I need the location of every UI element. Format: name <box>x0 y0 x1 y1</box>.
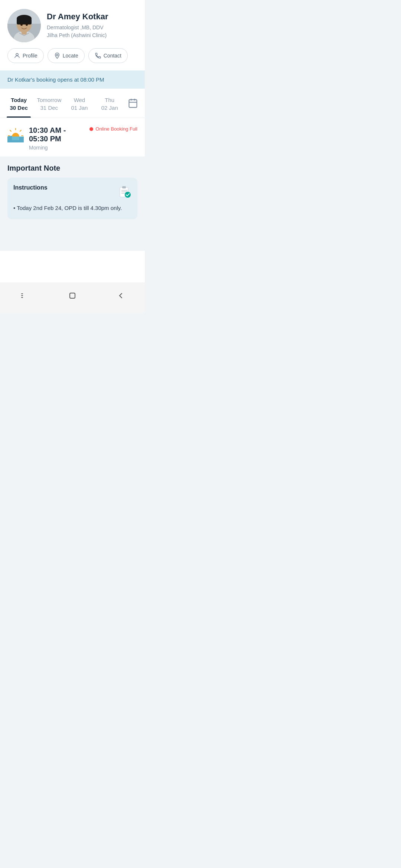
avatar <box>7 9 41 42</box>
instructions-header: Instructions <box>13 184 131 198</box>
svg-point-10 <box>56 54 58 56</box>
time-section: 10:30 AM - 05:30 PM Morning Online Booki… <box>0 119 145 157</box>
phone-icon <box>95 52 101 59</box>
calendar-icon <box>128 98 138 108</box>
contact-button[interactable]: Contact <box>88 48 128 63</box>
location-icon <box>54 52 61 59</box>
instructions-title: Instructions <box>13 184 48 191</box>
doctor-header: Dr Amey Kotkar Dermatologist ,MB, DDV Ji… <box>0 0 145 48</box>
date-tabs: Today 30 Dec Tomorrow 31 Dec Wed 01 Jan … <box>0 90 145 118</box>
locate-button[interactable]: Locate <box>48 48 85 63</box>
svg-point-8 <box>26 23 28 26</box>
back-icon <box>116 291 125 300</box>
calendar-picker-button[interactable] <box>125 95 141 113</box>
instructions-card: Instructions • Today 2nd Feb 24, OPD is <box>7 178 137 219</box>
home-icon <box>68 291 77 300</box>
booking-status: Online Booking Full <box>89 126 137 132</box>
morning-icon <box>7 126 24 142</box>
tab-thu[interactable]: Thu 02 Jan <box>95 90 125 118</box>
nav-back-button[interactable] <box>107 288 134 304</box>
nav-bar <box>0 282 145 313</box>
time-label: Morning <box>29 145 84 151</box>
person-icon <box>14 52 20 59</box>
clipboard-check-icon <box>117 184 131 198</box>
nav-home-button[interactable] <box>59 288 86 304</box>
booking-banner: Dr Kotkar's booking opens at 08:00 PM <box>0 70 145 89</box>
tab-wed[interactable]: Wed 01 Jan <box>64 90 94 118</box>
important-note-section: Important Note Instructions <box>0 157 145 251</box>
action-buttons: Profile Locate Contact <box>0 48 145 70</box>
svg-rect-11 <box>129 100 137 108</box>
svg-line-21 <box>10 130 11 131</box>
nav-menu-button[interactable] <box>11 288 38 304</box>
doctor-name: Dr Amey Kotkar <box>47 12 137 22</box>
svg-rect-32 <box>70 293 75 298</box>
time-range: 10:30 AM - 05:30 PM <box>29 126 84 143</box>
profile-button[interactable]: Profile <box>7 48 44 63</box>
svg-line-19 <box>20 130 21 131</box>
svg-point-9 <box>16 53 18 56</box>
tab-tomorrow[interactable]: Tomorrow 31 Dec <box>34 90 64 118</box>
instructions-text: • Today 2nd Feb 24, OPD is till 4.30pm o… <box>13 204 131 213</box>
doctor-specialty: Dermatologist ,MB, DDV Jilha Peth (Ashwi… <box>47 24 137 39</box>
doctor-info: Dr Amey Kotkar Dermatologist ,MB, DDV Ji… <box>47 12 137 39</box>
svg-rect-17 <box>12 137 19 140</box>
menu-icon <box>20 291 29 300</box>
tab-today[interactable]: Today 30 Dec <box>4 90 34 118</box>
important-note-title: Important Note <box>7 164 137 172</box>
svg-rect-6 <box>17 19 32 24</box>
time-info: 10:30 AM - 05:30 PM Morning <box>29 126 84 151</box>
svg-point-7 <box>20 23 23 26</box>
svg-point-28 <box>125 192 131 198</box>
status-dot <box>89 127 93 131</box>
svg-rect-24 <box>122 186 126 188</box>
status-text: Online Booking Full <box>95 126 137 132</box>
